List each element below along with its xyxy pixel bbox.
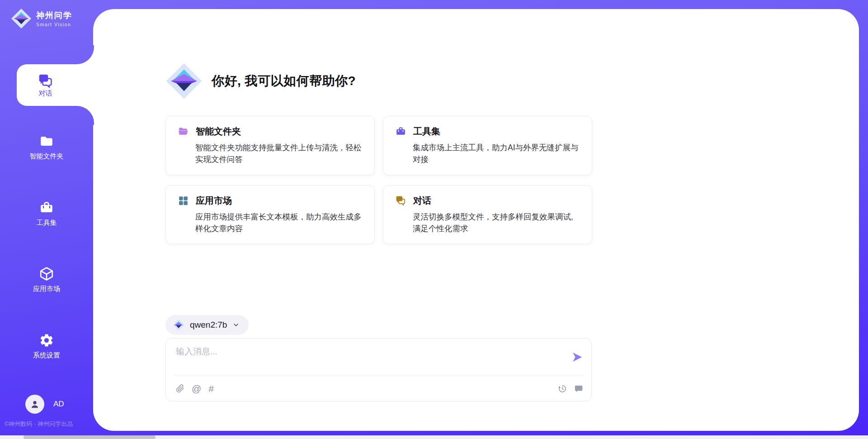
paperclip-icon [176,384,184,393]
at-icon: @ [192,383,201,394]
card-description: 集成市场上主流工具，助力AI与外界无缝扩展与对接 [413,142,580,166]
chat-bubbles-icon [395,195,406,206]
topic-button[interactable]: # [208,383,214,394]
sidebar-item-label: 应用市场 [33,285,60,293]
avatar [25,395,44,414]
card-toolset[interactable]: 工具集 集成市场上主流工具，助力AI与外界无缝扩展与对接 [383,116,592,175]
chat-bubbles-icon [38,73,54,89]
model-name: qwen2:7b [190,320,227,330]
composer-toolbar: @ # [176,376,583,401]
new-chat-button[interactable] [574,384,583,393]
brand-gem-icon [11,8,32,29]
history-clock-icon [558,384,567,393]
person-icon [29,398,41,410]
feature-cards: 智能文件夹 智能文件夹功能支持批量文件上传与清洗，轻松实现文件问答 工具集 集成… [165,116,592,244]
chevron-down-icon [232,321,240,329]
sidebar-item-smart-folder[interactable]: 智能文件夹 [0,134,93,161]
toolbox-icon [39,200,54,215]
folder-icon [39,134,54,149]
greeting-title: 你好, 我可以如何帮助你? [212,72,356,90]
model-selector[interactable]: qwen2:7b [165,315,249,335]
sidebar-item-label: 工具集 [37,219,57,227]
sidebar-item-label: 系统设置 [33,351,60,360]
greeting-row: 你好, 我可以如何帮助你? [165,62,356,100]
card-description: 应用市场提供丰富长文本模板，助力高效生成多样化文章内容 [195,211,363,235]
sidebar-item-label: 智能文件夹 [30,152,64,161]
sidebar-item-toolset[interactable]: 工具集 [0,200,93,227]
tab-curve-top [74,45,94,64]
gear-icon [39,333,54,348]
card-smart-folder[interactable]: 智能文件夹 智能文件夹功能支持批量文件上传与清洗，轻松实现文件问答 [165,116,375,175]
card-description: 灵活切换多模型文件，支持多样回复效果调试,满足个性化需求 [413,211,580,235]
tab-curve-bottom [74,106,94,125]
message-input[interactable] [176,346,556,372]
user-initials: AD [53,400,64,409]
card-title: 智能文件夹 [196,125,241,138]
card-title: 应用市场 [196,195,232,207]
sidebar-item-label: 对话 [39,89,52,98]
user-profile[interactable]: AD [25,395,64,414]
open-folder-icon [178,126,189,137]
sidebar-item-settings[interactable]: 系统设置 [0,333,93,360]
main-content: 你好, 我可以如何帮助你? 智能文件夹 智能文件夹功能支持批量文件上传与清洗，轻… [165,0,593,439]
card-chat[interactable]: 对话 灵活切换多模型文件，支持多样回复效果调试,满足个性化需求 [383,185,592,244]
send-icon [570,350,584,364]
card-title: 工具集 [413,125,440,138]
cube-icon [39,266,54,282]
message-composer: @ # [165,338,592,401]
toolbox-icon [395,126,406,137]
grid-icon [178,195,189,206]
card-title: 对话 [413,195,431,207]
scrollbar-thumb[interactable] [24,435,156,439]
attach-file-button[interactable] [176,384,184,393]
card-app-market[interactable]: 应用市场 应用市场提供丰富长文本模板，助力高效生成多样化文章内容 [165,185,375,244]
sidebar-item-app-market[interactable]: 应用市场 [0,266,93,293]
mention-button[interactable]: @ [192,383,201,394]
brand-subtitle: Smart Vision [36,22,72,27]
brand-name: 神州问学 [36,10,72,21]
brand-logo: 神州问学 Smart Vision [11,8,72,29]
sidebar-item-chat[interactable]: 对话 [17,64,94,106]
card-description: 智能文件夹功能支持批量文件上传与清洗，轻松实现文件问答 [195,142,363,166]
history-button[interactable] [558,384,567,393]
send-button[interactable] [570,350,584,365]
copyright-footer: ©神州数码 · 神州问学出品 [5,420,73,428]
greeting-gem-icon [165,62,203,100]
app-root: 神州问学 Smart Vision 对话 智能文件夹 工具集 [0,0,868,439]
model-gem-icon [173,319,184,331]
horizontal-scrollbar[interactable] [0,435,868,439]
chat-square-icon [574,384,583,393]
hash-icon: # [208,383,214,394]
